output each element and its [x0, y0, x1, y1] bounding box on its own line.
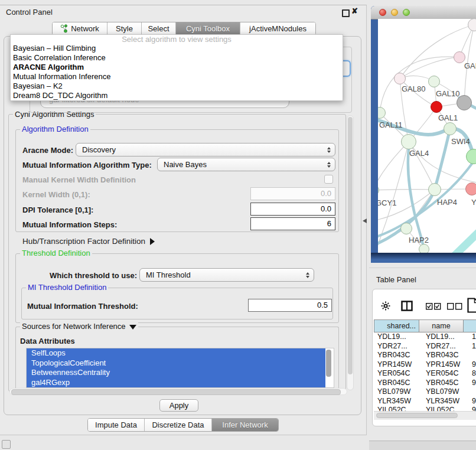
kernel-width-field[interactable]: 0.0 [250, 187, 335, 200]
tab-style[interactable]: Style [107, 22, 141, 35]
algorithm-option[interactable]: Bayesian – Hill Climbing [11, 44, 343, 53]
algorithm-option-highlighted[interactable]: ARACNE Algorithm [11, 63, 343, 72]
hub-definition-expander[interactable]: Hub/Transcription Factor Definition [22, 237, 155, 246]
document-icon[interactable] [467, 298, 476, 315]
mi-type-value: Naive Bayes [164, 160, 207, 169]
aracne-mode-combo[interactable]: Discovery [76, 143, 335, 156]
bottom-right-strip [369, 441, 476, 450]
network-node[interactable] [419, 244, 429, 253]
network-node-label: HAP2 [409, 236, 429, 244]
algorithm-option[interactable]: Basic Correlation Inference [11, 53, 343, 63]
table-row[interactable]: YPR145WYPR145W9. [374, 360, 476, 370]
network-node[interactable] [454, 51, 465, 63]
apply-button[interactable]: Apply [159, 399, 198, 412]
mi-threshold-label: Mutual Information Threshold: [27, 302, 138, 311]
table-horizontal-scrollbar[interactable] [374, 411, 476, 420]
columns-icon[interactable] [401, 301, 413, 313]
tab-infer-network[interactable]: Infer Network [211, 419, 278, 431]
network-node-selected[interactable] [431, 101, 442, 113]
tab-label: Discretize Data [152, 420, 204, 429]
checked-columns-icon[interactable] [426, 303, 441, 312]
tab-impute-data[interactable]: Impute Data [88, 419, 144, 431]
gear-icon[interactable] [381, 301, 390, 312]
expand-right-arrow-icon [150, 238, 155, 245]
tab-label: Network [71, 24, 99, 33]
tab-jactivemnodules[interactable]: jActiveMNodules [240, 22, 315, 35]
table-row[interactable]: YDL19...YDL19...13 [374, 332, 476, 342]
table-row[interactable]: YBR045CYBR045C9. [374, 379, 476, 388]
table-row[interactable]: YBL079WYBL079W [374, 387, 476, 397]
cell: YDR27... [374, 342, 419, 351]
close-icon[interactable]: ✘ [351, 6, 358, 15]
column-header-partial[interactable] [464, 319, 476, 332]
unchecked-columns-icon[interactable] [447, 303, 462, 312]
network-node[interactable] [428, 76, 440, 87]
column-header-shared-name[interactable]: shared... [374, 319, 419, 332]
stepper-arrows-icon [327, 158, 331, 171]
network-node-label: HAP4 [437, 198, 457, 207]
cell: 9. [464, 360, 476, 370]
data-attributes-label: Data Attributes [20, 337, 75, 345]
network-node[interactable] [401, 134, 416, 149]
sources-group-expander[interactable]: Sources for Network Inference [20, 322, 138, 331]
network-node-label: Y [471, 198, 476, 207]
column-header-name[interactable]: name [419, 319, 464, 332]
mi-steps-label: Mutual Information Steps: [22, 220, 117, 229]
algorithm-dropdown-popup: Select algorithm to view settings Bayesi… [10, 34, 343, 101]
algorithm-option[interactable]: Dream8 DC_TDC Algorithm [11, 91, 343, 100]
attributes-list-scrollbar[interactable] [326, 350, 331, 377]
settings-horizontal-scrollbar[interactable] [9, 388, 347, 395]
table-row[interactable]: YIL052CYIL052C9 [374, 406, 476, 411]
tab-label: jActiveMNodules [249, 24, 307, 33]
table-row[interactable]: YDR27...YDR27...12 [374, 342, 476, 351]
mi-type-label: Mutual Information Algorithm Type: [22, 161, 152, 169]
attribute-item[interactable]: SelfLoops [27, 348, 325, 358]
stepper-arrows-icon [306, 269, 309, 281]
control-panel-title: Control Panel [6, 8, 53, 17]
network-node[interactable] [428, 183, 441, 196]
tab-label: Select [148, 24, 169, 33]
attribute-item[interactable]: gal4RGexp [27, 378, 325, 388]
attribute-item[interactable]: BetweennessCentrality [27, 368, 325, 378]
network-node[interactable] [444, 122, 457, 135]
network-node[interactable] [465, 182, 476, 195]
panel-divider [369, 268, 476, 268]
manual-kernel-checkbox[interactable] [324, 175, 333, 184]
algorithm-option[interactable]: Mutual Information Inference [11, 72, 343, 81]
table-row[interactable]: YLR345WYLR345W9. [374, 397, 476, 406]
aracne-mode-value: Discovery [82, 145, 116, 154]
tab-select[interactable]: Select [141, 22, 175, 35]
tab-network[interactable]: Network [53, 22, 107, 35]
minimized-panel-chip[interactable] [2, 440, 11, 449]
which-threshold-combo[interactable]: MI Threshold [139, 268, 314, 282]
dpi-tolerance-label: DPI Tolerance [0,1]: [22, 206, 93, 214]
attribute-item[interactable]: TopologicalCoefficient [27, 358, 325, 369]
settings-vertical-scrollbar[interactable] [347, 115, 354, 390]
table-row[interactable]: YBR043CYBR043C [374, 351, 476, 360]
network-window-titlebar[interactable] [371, 6, 476, 19]
mi-steps-field[interactable]: 6 [250, 217, 335, 230]
table-header-row: shared... name [374, 319, 476, 332]
tab-label: Cyni Toolbox [186, 24, 230, 33]
network-canvas[interactable]: GAL7 GAL80 GAL10 GAL1 GAL11 SWI4 GAL4 GC… [378, 19, 476, 253]
dpi-tolerance-field[interactable]: 0.0 [250, 203, 335, 216]
data-attributes-list: SelfLoops TopologicalCoefficient Between… [26, 348, 334, 388]
tab-cyni-toolbox[interactable]: Cyni Toolbox [175, 22, 240, 35]
tab-discretize-data[interactable]: Discretize Data [144, 419, 211, 431]
mi-type-combo[interactable]: Naive Bayes [157, 158, 335, 171]
control-panel-window: Control Panel ✘ Network Style Select Cyn… [0, 5, 367, 435]
traffic-light-red-icon[interactable] [379, 9, 386, 16]
network-node[interactable] [400, 223, 412, 234]
float-window-icon[interactable] [342, 9, 350, 17]
network-node[interactable] [394, 73, 406, 84]
algorithm-option[interactable]: Bayesian – K2 [11, 81, 343, 91]
cell: YBR045C [419, 379, 464, 388]
cell: YDL19... [374, 332, 419, 342]
tab-label: Infer Network [222, 420, 268, 429]
cell: 8. [464, 369, 476, 379]
mi-threshold-field[interactable]: 0.5 [248, 299, 332, 312]
table-row[interactable]: YER054CYER054C8. [374, 369, 476, 379]
traffic-light-green-icon[interactable] [403, 9, 410, 16]
manual-kernel-label: Manual Kernel Width Definition [22, 175, 136, 184]
traffic-light-yellow-icon[interactable] [391, 9, 398, 16]
